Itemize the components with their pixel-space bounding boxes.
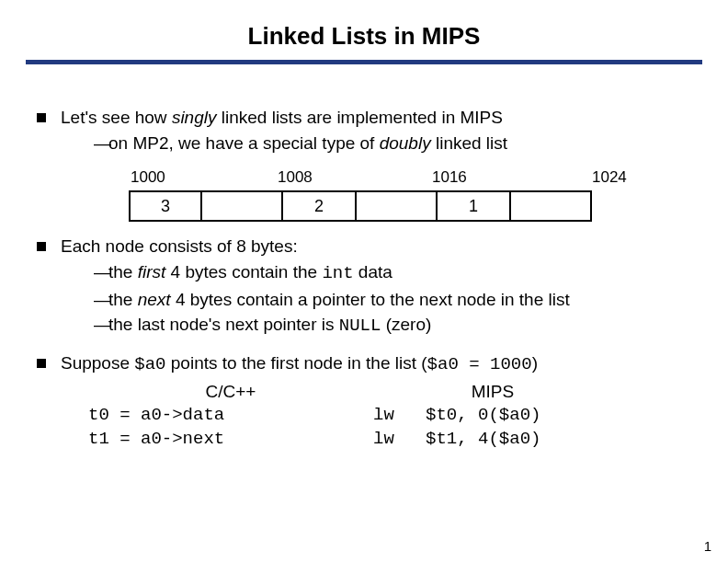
text: Suppose [61,353,134,373]
bullet-icon [37,242,46,251]
sub-bullet: — the first 4 bytes contain the int data [94,260,691,286]
bullet-icon [37,359,46,368]
bullet-intro: Let's see how singly linked lists are im… [37,106,691,155]
node-data: 1 [438,190,511,222]
code-line: lw $t1, 4($a0) [373,428,612,452]
text-italic: next [138,290,171,309]
col-header-c: C/C++ [88,380,373,404]
node-data: 2 [283,190,357,222]
node-ptr [202,190,283,222]
text-italic: first [138,262,166,282]
addr-label: 1024 [590,167,645,189]
slide-title: Linked Lists in MIPS [0,0,728,60]
code-col-mips: MIPS lw $t0, 0($a0) lw $t1, 4($a0) [373,380,612,451]
text-mono: $a0 = 1000 [427,354,532,374]
dash-icon: — [94,132,108,155]
text: 4 bytes contain a pointer to the next no… [171,290,570,309]
sub-bullet: — the last node's next pointer is NULL (… [94,313,691,339]
bullet-suppose: Suppose $a0 points to the first node in … [37,351,691,377]
text-mono: $a0 [134,354,165,374]
dash-icon: — [94,260,108,286]
node-row: 3 2 1 [129,190,691,222]
sub-bullet: — the next 4 bytes contain a pointer to … [94,288,691,312]
dash-icon: — [94,288,108,312]
code-columns: C/C++ t0 = a0->data t1 = a0->next MIPS l… [88,380,691,451]
text: linked lists are implemented in MIPS [216,108,503,127]
text: (zero) [381,315,431,334]
text: ) [532,353,538,373]
text-mono: NULL [339,316,381,336]
text: the last node's next pointer is [108,315,339,334]
text-italic: doubly [380,133,431,153]
addr-label: 1008 [276,167,430,189]
text: Each node consists of 8 bytes: [61,236,298,256]
code-line: lw $t0, 0($a0) [373,404,612,428]
text: the [108,290,138,309]
code-line: t1 = a0->next [88,428,373,452]
text: linked list [431,133,507,153]
sub-bullet: — on MP2, we have a special type of doub… [94,132,691,155]
title-divider [26,60,702,67]
dash-icon: — [94,313,108,339]
text: Let's see how [61,108,172,127]
linked-list-diagram: 1000 1008 1016 1024 3 2 1 [37,167,691,222]
text-mono: int [322,263,353,283]
text: the [108,262,138,282]
text: points to the first node in the list ( [166,353,427,373]
node-ptr [511,190,592,222]
text: data [354,262,392,282]
page-number: 1 [704,538,711,554]
addr-label: 1016 [430,167,590,189]
code-col-c: C/C++ t0 = a0->data t1 = a0->next [88,380,373,451]
text: on MP2, we have a special type of [108,133,380,153]
text: 4 bytes contain the [165,262,322,282]
node-ptr [357,190,438,222]
addr-label: 1000 [129,167,276,189]
col-header-mips: MIPS [373,380,612,404]
address-row: 1000 1008 1016 1024 [129,167,691,189]
bullet-icon [37,113,46,122]
bullet-node-structure: Each node consists of 8 bytes: — the fir… [37,235,691,339]
text-italic: singly [172,108,217,127]
slide-content: Let's see how singly linked lists are im… [0,75,728,451]
node-data: 3 [129,190,202,222]
code-line: t0 = a0->data [88,404,373,428]
